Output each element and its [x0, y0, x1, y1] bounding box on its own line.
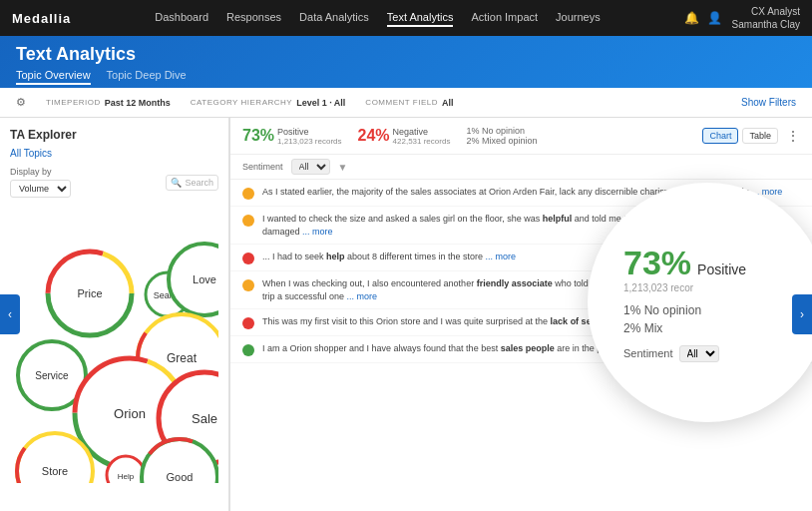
svg-text:Price: Price — [77, 287, 102, 299]
positive-count: 1,213,023 records — [277, 137, 342, 146]
show-filters-button[interactable]: Show Filters — [741, 97, 796, 108]
bubble-chart-svg: Price Search Love Great Service — [10, 204, 218, 483]
display-by-label: Display by — [10, 167, 71, 177]
svg-text:Great: Great — [167, 351, 198, 365]
sentiment-select[interactable]: All — [291, 159, 330, 175]
nav-text-analytics[interactable]: Text Analytics — [387, 9, 454, 27]
filter-category[interactable]: CATEGORY HIERARCHY Level 1 · All — [191, 98, 346, 108]
nav-journeys[interactable]: Journeys — [556, 9, 601, 27]
mixed-opinion: 2% Mixed opinion — [466, 136, 537, 146]
stats-minor: 1% No opinion 2% Mixed opinion — [466, 126, 537, 146]
popup-stats-overlay: 73% Positive 1,213,023 recor 1% No opini… — [588, 183, 812, 422]
comment-highlight: helpful — [543, 214, 573, 224]
comment-highlight: help — [326, 252, 345, 261]
popup-no-opinion: 1% No opinion — [623, 303, 701, 317]
nav-responses[interactable]: Responses — [226, 9, 281, 27]
comment-highlight: sales people — [501, 343, 555, 353]
popup-sentiment-select[interactable]: All — [679, 345, 719, 362]
negative-count: 422,531 records — [393, 137, 451, 146]
sentiment-indicator — [242, 344, 254, 356]
popup-big-pct: 73% — [623, 244, 691, 282]
sentiment-indicator — [242, 317, 254, 329]
all-topics-link[interactable]: All Topics — [10, 148, 218, 159]
left-panel: TA Explorer All Topics Display by Volume… — [0, 118, 229, 511]
filter-timeperiod[interactable]: TIMEPERIOD Past 12 Months — [46, 98, 171, 108]
category-value: Level 1 · All — [296, 98, 345, 108]
side-nav-left[interactable]: ‹ — [0, 294, 20, 334]
nav-action-impact[interactable]: Action Impact — [471, 9, 538, 27]
nav-dashboard[interactable]: Dashboard — [155, 9, 208, 27]
comment-more-link[interactable]: ... more — [485, 252, 516, 261]
positive-pct: 73% — [242, 127, 274, 145]
comment-text: ... I had to seek help about 8 different… — [262, 251, 516, 263]
comment-highlight: friendly associate — [477, 278, 553, 288]
ta-explorer-title: TA Explorer — [10, 128, 218, 142]
popup-sentiment-row: Sentiment All — [623, 345, 719, 362]
page-title: Text Analytics — [16, 44, 796, 65]
tab-topic-deep-dive[interactable]: Topic Deep Dive — [107, 69, 187, 85]
svg-text:Sale: Sale — [192, 411, 217, 426]
search-icon: 🔍 — [171, 178, 182, 188]
main-content: ‹ TA Explorer All Topics Display by Volu… — [0, 118, 812, 511]
timeperiod-value: Past 12 Months — [105, 98, 171, 108]
dropdown-icon: ▼ — [338, 162, 348, 173]
search-box[interactable]: 🔍 Search — [166, 175, 218, 191]
popup-sentiment-label: Sentiment — [623, 347, 673, 359]
sentiment-filter-bar: Sentiment All ▼ — [230, 155, 812, 180]
filter-comment[interactable]: COMMENT FIELD All — [365, 98, 453, 108]
user-role: CX Analyst — [732, 5, 800, 18]
filter-bar: ⚙ TIMEPERIOD Past 12 Months CATEGORY HIE… — [0, 88, 812, 118]
sentiment-indicator — [242, 253, 254, 264]
side-nav-right[interactable]: › — [792, 294, 812, 334]
stat-negative: 24% Negative 422,531 records — [358, 127, 451, 146]
filter-icon: ⚙ — [16, 96, 26, 109]
popup-pct-row: 73% Positive — [623, 244, 746, 282]
negative-pct: 24% — [358, 127, 390, 145]
stats-bar: 73% Positive 1,213,023 records 24% Negat… — [230, 118, 812, 155]
tab-topic-overview[interactable]: Topic Overview — [16, 69, 91, 85]
popup-mixed: 2% Mix — [623, 321, 662, 335]
volume-select[interactable]: Volume — [10, 180, 71, 198]
no-opinion: 1% No opinion — [466, 126, 537, 136]
timeperiod-label: TIMEPERIOD — [46, 98, 101, 107]
page-header: Text Analytics Topic Overview Topic Deep… — [0, 36, 812, 88]
sentiment-indicator — [242, 279, 254, 291]
notification-icon[interactable]: 🔔 — [684, 11, 699, 25]
more-options-button[interactable]: ⋮ — [786, 128, 800, 144]
chart-table-buttons: Chart Table ⋮ — [702, 128, 800, 144]
chart-button[interactable]: Chart — [702, 128, 738, 144]
comment-label: COMMENT FIELD — [365, 98, 438, 107]
sentiment-indicator — [242, 215, 254, 227]
panel-controls: Display by Volume 🔍 Search — [10, 167, 218, 198]
nav-links: Dashboard Responses Data Analytics Text … — [155, 9, 601, 27]
bubble-chart-area: Price Search Love Great Service — [10, 204, 218, 511]
stats-left: 73% Positive 1,213,023 records 24% Negat… — [242, 126, 537, 146]
table-button[interactable]: Table — [742, 128, 778, 144]
category-label: CATEGORY HIERARCHY — [191, 98, 292, 107]
nav-right: 🔔 👤 CX Analyst Samantha Clay — [684, 5, 800, 31]
nav-data-analytics[interactable]: Data Analytics — [299, 9, 369, 27]
nav-icon-group: 🔔 👤 — [684, 11, 722, 25]
page-tabs: Topic Overview Topic Deep Dive — [16, 69, 796, 85]
sentiment-indicator — [242, 188, 254, 200]
positive-label: Positive — [277, 127, 342, 137]
comment-more-link[interactable]: ... more — [347, 291, 378, 301]
svg-text:Orion: Orion — [114, 406, 146, 421]
svg-text:Store: Store — [42, 465, 68, 477]
user-info: CX Analyst Samantha Clay — [732, 5, 800, 31]
popup-count: 1,213,023 recor — [623, 282, 693, 293]
comment-more-link[interactable]: ... more — [302, 227, 333, 237]
user-icon[interactable]: 👤 — [707, 11, 722, 25]
negative-label: Negative — [393, 127, 451, 137]
stat-positive: 73% Positive 1,213,023 records — [242, 127, 342, 146]
comment-value: All — [442, 98, 454, 108]
sentiment-filter-label: Sentiment — [242, 162, 283, 172]
user-name: Samantha Clay — [732, 18, 800, 31]
svg-text:Good: Good — [167, 471, 194, 483]
svg-text:Love: Love — [193, 273, 216, 285]
svg-text:Help: Help — [118, 472, 135, 481]
brand-logo: Medallia — [12, 11, 71, 26]
search-placeholder: Search — [185, 178, 213, 188]
top-navigation: Medallia Dashboard Responses Data Analyt… — [0, 0, 812, 36]
popup-label: Positive — [697, 261, 746, 277]
